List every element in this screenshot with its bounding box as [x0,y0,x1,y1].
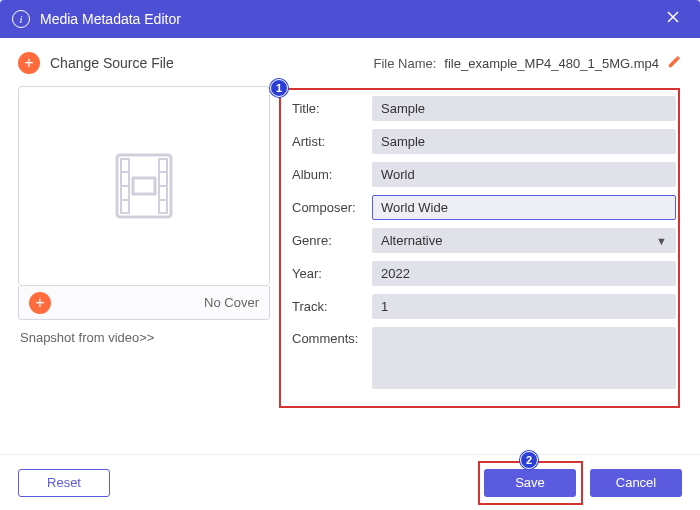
top-row: + Change Source File File Name: file_exa… [18,52,682,74]
row-title: Title: [292,96,676,121]
label-track: Track: [292,299,372,314]
plus-icon: + [18,52,40,74]
input-composer[interactable] [372,195,676,220]
cover-bar: + No Cover [18,286,270,320]
label-genre: Genre: [292,233,372,248]
label-comments: Comments: [292,327,372,346]
change-source-label: Change Source File [50,55,174,71]
reset-button[interactable]: Reset [18,469,110,497]
row-composer: Composer: [292,195,676,220]
label-title: Title: [292,101,372,116]
row-year: Year: [292,261,676,286]
footer-right-buttons: 2 Save Cancel [484,469,682,497]
input-track[interactable] [372,294,676,319]
label-artist: Artist: [292,134,372,149]
footer: Reset 2 Save Cancel [0,454,700,510]
pencil-icon [667,54,682,69]
label-composer: Composer: [292,200,372,215]
row-artist: Artist: [292,129,676,154]
close-button[interactable] [658,10,688,28]
change-source-button[interactable]: + Change Source File [18,52,174,74]
label-album: Album: [292,167,372,182]
label-year: Year: [292,266,372,281]
row-comments: Comments: [292,327,676,393]
input-title[interactable] [372,96,676,121]
main: + No Cover Snapshot from video>> 1 Title… [18,86,682,407]
cancel-button[interactable]: Cancel [590,469,682,497]
metadata-form: Title: Artist: Album: Composer: [288,86,682,407]
select-genre-value: Alternative [381,233,442,248]
snapshot-link[interactable]: Snapshot from video>> [18,330,270,345]
select-genre[interactable]: Alternative ▼ [372,228,676,253]
svg-rect-11 [133,178,155,194]
input-artist[interactable] [372,129,676,154]
cover-column: + No Cover Snapshot from video>> [18,86,270,407]
annotation-badge-1: 1 [270,79,288,97]
form-column: 1 Title: Artist: Album: [288,86,682,407]
no-cover-label: No Cover [204,295,259,310]
input-comments[interactable] [372,327,676,389]
filename-label: File Name: [374,56,437,71]
filename-value: file_example_MP4_480_1_5MG.mp4 [444,56,659,71]
window-title: Media Metadata Editor [40,11,658,27]
annotation-badge-2: 2 [520,451,538,469]
add-cover-button[interactable]: + [29,292,51,314]
window: i Media Metadata Editor + Change Source … [0,0,700,510]
row-album: Album: [292,162,676,187]
row-track: Track: [292,294,676,319]
chevron-down-icon: ▼ [656,235,667,247]
edit-filename-button[interactable] [667,54,682,72]
row-genre: Genre: Alternative ▼ [292,228,676,253]
titlebar: i Media Metadata Editor [0,0,700,38]
save-button[interactable]: Save [484,469,576,497]
video-placeholder-icon [99,141,189,231]
cover-preview [18,86,270,286]
content: + Change Source File File Name: file_exa… [0,38,700,421]
close-icon [666,10,680,24]
input-album[interactable] [372,162,676,187]
filename-block: File Name: file_example_MP4_480_1_5MG.mp… [374,54,683,72]
input-year[interactable] [372,261,676,286]
info-icon: i [12,10,30,28]
